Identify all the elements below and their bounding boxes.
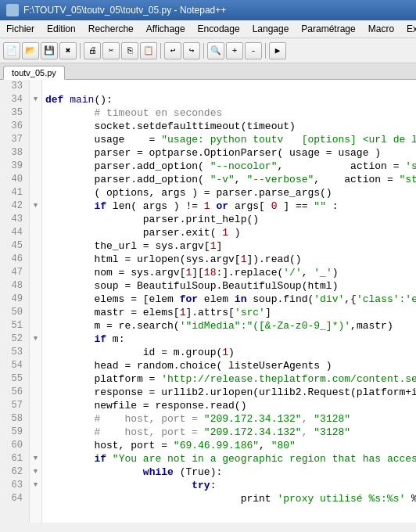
menu-item-edition[interactable]: Edition — [41, 22, 82, 36]
paste-button[interactable]: 📋 — [140, 42, 157, 59]
close-button[interactable]: ✖ — [59, 42, 77, 59]
line-number: 49 — [3, 293, 26, 306]
code-token: 1 — [180, 306, 186, 319]
code-token: ][ — [192, 266, 204, 279]
code-token: , — [302, 412, 314, 426]
fold-marker[interactable]: ▼ — [30, 93, 41, 106]
line-number: 35 — [3, 106, 26, 120]
code-token: ) — [332, 266, 339, 279]
code-token: 'src' — [235, 306, 265, 319]
toolbar: 📄 📂 💾 ✖ 🖨 ✂ ⎘ 📋 ↩ ↪ 🔍 + - ▶ — [0, 38, 416, 63]
menu-item-encodage[interactable]: Encodage — [192, 22, 246, 36]
line-number: 52 — [3, 332, 26, 346]
code-line: nom = sys.argv[1][18:].replace('/', '_') — [45, 266, 416, 279]
fold-marker — [30, 346, 41, 359]
code-token: "3128" — [314, 412, 350, 426]
code-content[interactable]: def main(): # timeout en secondes socket… — [42, 80, 416, 523]
fold-marker[interactable]: ▼ — [30, 332, 41, 346]
line-number: 60 — [3, 439, 26, 452]
fold-marker — [30, 120, 41, 133]
menu-item-langage[interactable]: Langage — [246, 22, 296, 36]
code-token: "3128" — [314, 426, 350, 439]
code-token: 0 — [271, 200, 278, 213]
fold-marker[interactable]: ▼ — [30, 479, 41, 492]
code-token: if — [94, 332, 106, 346]
code-token: : — [326, 200, 339, 213]
open-button[interactable]: 📂 — [22, 42, 39, 59]
code-token: "-v" — [210, 173, 235, 186]
code-token: parser.add_option( — [45, 160, 210, 173]
line-number: 36 — [3, 120, 26, 133]
fold-marker — [30, 226, 41, 239]
code-line: mastr = elems[1].attrs['src'] — [45, 306, 416, 319]
file-tab[interactable]: toutv_05.py — [3, 66, 65, 80]
code-line: soup = BeautifulSoup.BeautifulSoup(html) — [45, 279, 416, 293]
code-line: host, port = "69.46.99.186", "80" — [45, 439, 416, 452]
code-token: "usage: python toutv [options] <url de l… — [161, 133, 416, 146]
code-token: elems = [elem — [45, 293, 180, 306]
run-button[interactable]: ▶ — [269, 42, 286, 59]
undo-button[interactable]: ↩ — [164, 42, 181, 59]
code-token: m = re.search( — [45, 319, 180, 332]
code-line: newfile = response.read() — [45, 399, 416, 412]
code-line: def main(): — [45, 93, 416, 106]
fold-marker — [30, 253, 41, 266]
line-number: 33 — [3, 80, 26, 93]
code-token: the_url = sys.argv[ — [45, 239, 210, 253]
code-token: for — [180, 293, 198, 306]
line-number: 48 — [3, 279, 26, 293]
code-token: if — [94, 200, 106, 213]
fold-marker — [30, 106, 41, 120]
cut-button[interactable]: ✂ — [102, 42, 120, 59]
fold-marker[interactable]: ▼ — [30, 452, 41, 466]
code-token: parser.print_help() — [45, 213, 259, 226]
fold-marker[interactable]: ▼ — [30, 466, 41, 479]
zoom-in-button[interactable]: + — [226, 42, 243, 59]
code-token: , action = — [277, 160, 405, 173]
fold-marker — [30, 133, 41, 146]
new-button[interactable]: 📄 — [3, 42, 20, 59]
fold-marker — [30, 439, 41, 452]
code-token: 1 — [204, 200, 210, 213]
code-line: socket.setdefaulttimeout(timeout) — [45, 120, 416, 133]
copy-button[interactable]: ⎘ — [121, 42, 138, 59]
find-button[interactable]: 🔍 — [207, 42, 224, 59]
code-token: ]).read() — [246, 253, 301, 266]
line-number: 54 — [3, 359, 26, 372]
line-number: 38 — [3, 146, 26, 160]
code-token: # timeout en secondes — [45, 106, 222, 120]
line-number: 37 — [3, 133, 26, 146]
code-line: parser = optparse.OptionParser( usage = … — [45, 146, 416, 160]
code-line: id = m.group(1) — [45, 346, 416, 359]
code-token: ].attrs[ — [185, 306, 234, 319]
code-editor[interactable]: 3334353637383940414243444546474849505152… — [0, 80, 416, 523]
zoom-out-button[interactable]: - — [245, 42, 262, 59]
redo-button[interactable]: ↪ — [183, 42, 200, 59]
menu-item-paramétrage[interactable]: Paramétrage — [295, 22, 361, 36]
line-number: 42 — [3, 200, 26, 213]
fold-column[interactable]: ▼▼▼▼▼▼ — [30, 80, 42, 523]
menu-item-macro[interactable]: Macro — [362, 22, 400, 36]
toolbar-sep-1 — [80, 43, 81, 59]
code-token: "--nocolor" — [210, 160, 278, 173]
line-number: 57 — [3, 399, 26, 412]
code-token: 1 — [222, 226, 228, 239]
menu-item-exécution[interactable]: Exécution — [400, 22, 416, 36]
code-token: m: — [106, 332, 124, 346]
code-token: "209.172.34.132" — [204, 426, 302, 439]
fold-marker[interactable]: ▼ — [30, 200, 41, 213]
menu-item-affichage[interactable]: Affichage — [140, 22, 192, 36]
save-button[interactable]: 💾 — [41, 42, 58, 59]
code-token: ] — [216, 239, 222, 253]
print-button[interactable]: 🖨 — [84, 42, 101, 59]
menu-item-recherche[interactable]: Recherche — [82, 22, 140, 36]
code-line: # host, port = "209.172.34.132", "3128" — [45, 426, 416, 439]
code-token: parser = optparse.OptionParser( usage = … — [45, 146, 381, 160]
menu-bar: FichierEditionRechercheAffichageEncodage… — [0, 20, 416, 38]
line-number: 55 — [3, 372, 26, 386]
code-token: nom = sys.argv[ — [45, 266, 185, 279]
code-line: the_url = sys.argv[1] — [45, 239, 416, 253]
menu-item-fichier[interactable]: Fichier — [0, 22, 41, 36]
code-line: try: — [45, 479, 416, 492]
code-token — [106, 452, 113, 466]
